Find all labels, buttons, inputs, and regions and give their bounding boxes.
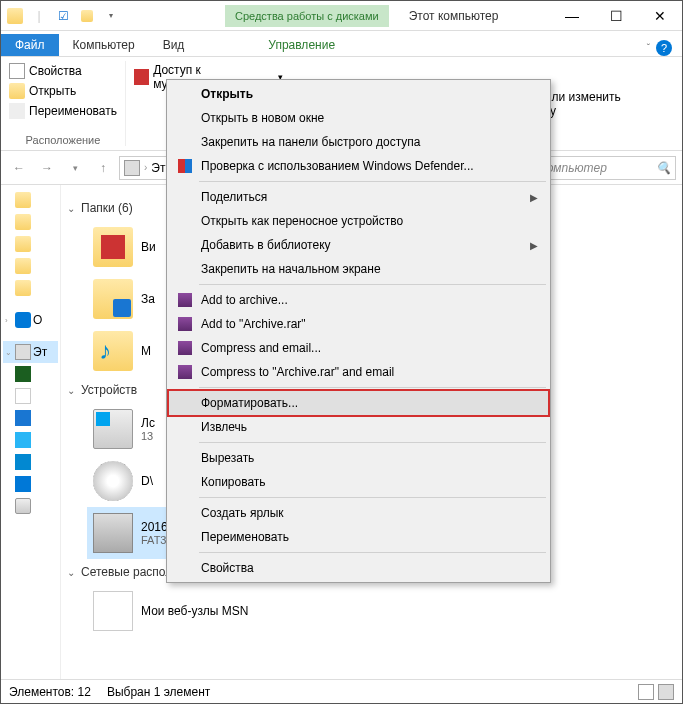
cm-defender-scan[interactable]: Проверка с использованием Windows Defend… — [169, 154, 548, 178]
rar-icon — [178, 341, 192, 355]
minimize-button[interactable]: — — [550, 2, 594, 30]
tile-local-sub: 13 — [141, 430, 155, 442]
nav-folder-3[interactable] — [3, 233, 58, 255]
ribbon-group-location: Свойства Открыть Переименовать Расположе… — [1, 61, 126, 146]
cm-separator — [199, 284, 546, 285]
nav-sub-music[interactable] — [3, 451, 58, 473]
ribbon-tabs: Файл Компьютер Вид Управление ˇ ? — [1, 31, 682, 57]
breadcrumb-thispc[interactable]: Эт — [151, 161, 165, 175]
nav-thispc-label: Эт — [33, 345, 47, 359]
cm-rename[interactable]: Переименовать — [169, 525, 548, 549]
tile-downloads-label: За — [141, 292, 155, 306]
window-controls: — ☐ ✕ — [550, 2, 682, 30]
rar-icon — [178, 317, 192, 331]
ribbon-open[interactable]: Открыть — [9, 81, 117, 101]
cm-pin-start[interactable]: Закрепить на начальном экране — [169, 257, 548, 281]
ribbon-rename-label: Переименовать — [29, 104, 117, 118]
cm-pin-quick-access[interactable]: Закрепить на панели быстрого доступа — [169, 130, 548, 154]
search-input[interactable]: компьютер 🔍 — [536, 156, 676, 180]
cm-copy[interactable]: Копировать — [169, 470, 548, 494]
submenu-arrow-icon: ▶ — [530, 240, 538, 251]
cm-separator — [199, 181, 546, 182]
nav-up-button[interactable]: ↑ — [91, 156, 115, 180]
maximize-button[interactable]: ☐ — [594, 2, 638, 30]
cm-compress-rar-email[interactable]: Compress to "Archive.rar" and email — [169, 360, 548, 384]
search-icon[interactable]: 🔍 — [656, 161, 671, 175]
nav-folder-5[interactable] — [3, 277, 58, 299]
nav-thispc[interactable]: ⌄Эт — [3, 341, 58, 363]
context-tab-drive-tools: Средства работы с дисками — [225, 5, 389, 27]
cm-open-portable[interactable]: Открыть как переносное устройство — [169, 209, 548, 233]
shield-icon — [178, 159, 192, 173]
view-details-icon[interactable] — [638, 684, 654, 700]
cm-eject[interactable]: Извлечь — [169, 415, 548, 439]
window-title: Этот компьютер — [409, 9, 499, 23]
nav-onedrive[interactable]: ›O — [3, 309, 58, 331]
qat-separator: | — [29, 6, 49, 26]
nav-sub-documents[interactable] — [3, 385, 58, 407]
ribbon-open-label: Открыть — [29, 84, 76, 98]
address-pc-icon — [124, 160, 140, 176]
view-tiles-icon[interactable] — [658, 684, 674, 700]
nav-forward-button[interactable]: → — [35, 156, 59, 180]
tab-computer[interactable]: Компьютер — [59, 34, 149, 56]
tile-msn[interactable]: Мои веб-узлы MSN — [87, 585, 317, 637]
cm-separator — [199, 442, 546, 443]
rar-icon — [178, 365, 192, 379]
nav-onedrive-label: O — [33, 313, 42, 327]
cm-open[interactable]: Открыть — [169, 82, 548, 106]
tile-msn-label: Мои веб-узлы MSN — [141, 604, 248, 618]
nav-folder-4[interactable] — [3, 255, 58, 277]
tile-dvd-label: D\ — [141, 474, 153, 488]
cm-cut[interactable]: Вырезать — [169, 446, 548, 470]
ribbon-group-location-label: Расположение — [9, 132, 117, 146]
cm-properties[interactable]: Свойства — [169, 556, 548, 580]
nav-recent-button[interactable]: ▾ — [63, 156, 87, 180]
quick-access-toolbar: | ☑ ▾ — [1, 6, 125, 26]
cm-separator — [199, 387, 546, 388]
status-item-count: Элементов: 12 — [9, 685, 91, 699]
tab-file[interactable]: Файл — [1, 34, 59, 56]
cm-separator — [199, 497, 546, 498]
nav-sub-videos[interactable] — [3, 363, 58, 385]
ribbon-rename[interactable]: Переименовать — [9, 101, 117, 121]
nav-sub-desktop[interactable] — [3, 473, 58, 495]
nav-sub-localdisk[interactable] — [3, 495, 58, 517]
tile-videos-label: Ви — [141, 240, 156, 254]
close-button[interactable]: ✕ — [638, 2, 682, 30]
tab-manage[interactable]: Управление — [254, 34, 349, 56]
nav-back-button[interactable]: ← — [7, 156, 31, 180]
tile-local-label: Лс — [141, 416, 155, 430]
ribbon-collapse-icon[interactable]: ˇ — [647, 43, 650, 54]
app-icon[interactable] — [5, 6, 25, 26]
cm-format[interactable]: Форматировать... — [169, 391, 548, 415]
qat-properties-icon[interactable]: ☑ — [53, 6, 73, 26]
context-menu: Открыть Открыть в новом окне Закрепить н… — [166, 79, 551, 583]
status-selected: Выбран 1 элемент — [107, 685, 210, 699]
cm-add-library[interactable]: Добавить в библиотеку▶ — [169, 233, 548, 257]
title-bar: | ☑ ▾ Средства работы с дисками Этот ком… — [1, 1, 682, 31]
nav-sub-downloads[interactable] — [3, 407, 58, 429]
tile-music-label: М — [141, 344, 151, 358]
nav-folder-2[interactable] — [3, 211, 58, 233]
help-icon[interactable]: ? — [656, 40, 672, 56]
nav-sub-pictures[interactable] — [3, 429, 58, 451]
cm-share[interactable]: Поделиться▶ — [169, 185, 548, 209]
qat-dropdown-icon[interactable]: ▾ — [101, 6, 121, 26]
rar-icon — [178, 293, 192, 307]
cm-add-archive[interactable]: Add to archive... — [169, 288, 548, 312]
cm-create-shortcut[interactable]: Создать ярлык — [169, 501, 548, 525]
cm-compress-email[interactable]: Compress and email... — [169, 336, 548, 360]
nav-folder-1[interactable] — [3, 189, 58, 211]
cm-open-new-window[interactable]: Открыть в новом окне — [169, 106, 548, 130]
ribbon-properties-label: Свойства — [29, 64, 82, 78]
navigation-pane: ›O ⌄Эт — [1, 185, 61, 683]
cm-add-to-rar[interactable]: Add to "Archive.rar" — [169, 312, 548, 336]
tab-view[interactable]: Вид — [149, 34, 199, 56]
qat-new-folder-icon[interactable] — [77, 6, 97, 26]
group-devices-label: Устройств — [81, 383, 137, 397]
cm-separator — [199, 552, 546, 553]
group-folders-label: Папки (6) — [81, 201, 133, 215]
ribbon-properties[interactable]: Свойства — [9, 61, 117, 81]
status-bar: Элементов: 12 Выбран 1 элемент — [1, 679, 682, 703]
